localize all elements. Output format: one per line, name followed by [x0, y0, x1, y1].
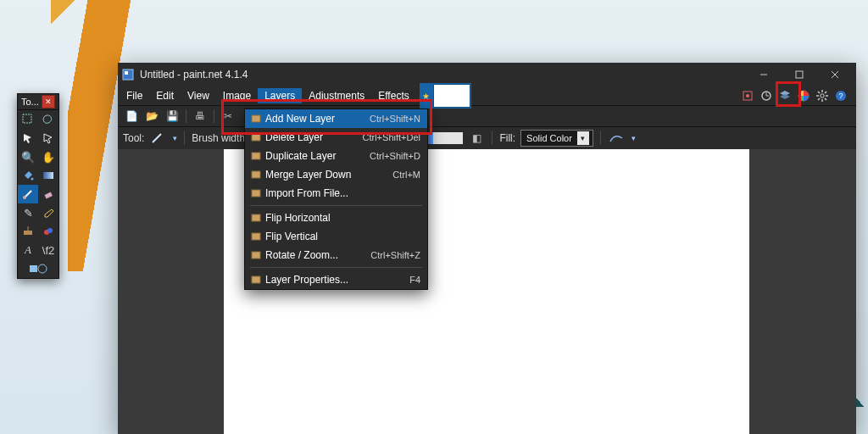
options-bar: Tool: ▾ Brush width: – 2 + ▾ ◧ Fill: Sol… [118, 127, 856, 150]
svg-rect-43 [252, 171, 260, 178]
menu-item[interactable]: Import From File... [245, 184, 427, 203]
tool-recolor[interactable] [38, 222, 58, 241]
layer-props-icon [248, 275, 265, 285]
new-layer-icon [248, 114, 265, 124]
svg-line-25 [153, 134, 161, 142]
tool-selector[interactable] [149, 130, 166, 147]
tool-pan[interactable]: ✋ [38, 147, 58, 166]
menu-effects[interactable]: Effects [371, 88, 415, 103]
menu-item-label: Flip Vertical [265, 231, 420, 242]
toolbar-separator [186, 109, 186, 123]
menu-edit[interactable]: Edit [149, 88, 181, 103]
overwrite-toggle[interactable]: ◧ [468, 130, 485, 147]
layers-menu: Add New LayerCtrl+Shift+NDelete LayerCtr… [244, 108, 428, 290]
menu-file[interactable]: File [120, 88, 149, 103]
fill-select[interactable]: Solid Color ▾ [520, 130, 593, 147]
menu-item[interactable]: Merge Layer DownCtrl+M [245, 165, 427, 184]
tool-gradient[interactable] [38, 166, 58, 185]
svg-marker-12 [780, 94, 790, 99]
tools-window-toggle[interactable] [739, 87, 756, 104]
menu-separator [250, 205, 422, 206]
maximize-button[interactable] [782, 63, 817, 86]
history-window-toggle[interactable] [758, 87, 775, 104]
toolbar-separator [184, 131, 185, 145]
save-file-button[interactable]: 💾 [164, 108, 181, 125]
tool-shapes[interactable] [18, 259, 58, 278]
import-file-icon [248, 188, 265, 198]
tool-color-picker[interactable] [38, 203, 58, 222]
menu-item-label: Flip Horizontal [265, 212, 420, 224]
toolbar-separator [214, 109, 214, 123]
menu-item[interactable]: Add New LayerCtrl+Shift+N [245, 109, 427, 128]
tools-window-close[interactable]: ✕ [42, 95, 55, 108]
window-title: Untitled - paint.net 4.1.4 [140, 69, 746, 81]
cut-button[interactable]: ✂ [220, 108, 236, 125]
svg-rect-46 [252, 233, 260, 240]
tool-line[interactable]: \f2 [38, 241, 58, 259]
rotate-zoom-icon [248, 250, 265, 260]
new-file-button[interactable]: 📄 [123, 108, 140, 125]
tool-move[interactable] [18, 129, 38, 147]
menu-item-label: Delete Layer [265, 131, 363, 143]
menu-item[interactable]: Rotate / Zoom...Ctrl+Shift+Z [245, 246, 427, 264]
tool-pencil[interactable]: ✎ [18, 203, 38, 222]
toolbar-separator [492, 131, 492, 145]
app-window: Untitled - paint.net 4.1.4 File Edit Vie… [118, 63, 856, 434]
delete-layer-icon [248, 132, 265, 142]
close-button[interactable] [817, 63, 853, 86]
antialias-toggle[interactable] [608, 130, 625, 147]
svg-rect-44 [252, 190, 260, 197]
svg-point-14 [821, 94, 824, 97]
svg-rect-42 [252, 153, 260, 159]
document-tab[interactable]: ★ [420, 83, 471, 108]
menu-item[interactable]: Delete LayerCtrl+Shift+Del [245, 128, 427, 147]
svg-point-37 [47, 228, 53, 233]
tool-text[interactable]: A [18, 241, 38, 259]
tool-zoom[interactable]: 🔍 [18, 147, 38, 166]
menu-adjustments[interactable]: Adjustments [302, 88, 371, 103]
chevron-down-icon: ▾ [173, 134, 177, 142]
svg-rect-1 [125, 71, 128, 75]
minimize-button[interactable] [746, 63, 782, 86]
chevron-down-icon: ▾ [577, 131, 589, 145]
menu-item[interactable]: Layer Properties...F4 [245, 270, 427, 289]
tool-eraser[interactable] [38, 185, 58, 203]
svg-rect-30 [43, 172, 53, 179]
print-button[interactable]: 🖶 [192, 108, 209, 125]
svg-rect-40 [252, 115, 260, 122]
tool-clone[interactable] [18, 222, 38, 241]
menu-view[interactable]: View [181, 88, 216, 103]
unsaved-star-icon: ★ [420, 90, 432, 102]
tool-label: Tool: [123, 132, 144, 144]
svg-rect-48 [252, 276, 260, 283]
duplicate-layer-icon [248, 151, 265, 161]
menu-item[interactable]: Duplicate LayerCtrl+Shift+D [245, 147, 427, 165]
svg-rect-41 [252, 134, 260, 141]
svg-rect-33 [45, 192, 53, 198]
menu-item[interactable]: Flip Vertical [245, 227, 427, 246]
menubar: File Edit View Image Layers Adjustments … [118, 86, 856, 105]
tools-window: To... ✕ 🔍 ✋ ✎ A \f2 [17, 93, 59, 279]
tool-lasso-select[interactable] [38, 110, 58, 129]
svg-rect-26 [23, 114, 31, 123]
menu-image[interactable]: Image [216, 88, 258, 103]
menu-layers[interactable]: Layers [258, 88, 302, 103]
menu-separator [250, 267, 422, 268]
svg-line-20 [825, 98, 826, 100]
menu-item-label: Rotate / Zoom... [265, 249, 370, 261]
help-button[interactable]: ? [832, 87, 849, 104]
svg-marker-28 [44, 134, 52, 143]
fill-value: Solid Color [526, 133, 572, 143]
colors-window-toggle[interactable] [795, 87, 812, 104]
open-file-button[interactable]: 📂 [143, 108, 160, 125]
tool-rect-select[interactable] [18, 110, 38, 129]
settings-button[interactable] [814, 87, 831, 104]
menu-item[interactable]: Flip Horizontal [245, 209, 427, 227]
tool-move-selection[interactable] [38, 129, 58, 147]
svg-point-7 [746, 94, 749, 97]
svg-rect-3 [796, 71, 803, 78]
layers-window-toggle[interactable] [776, 87, 793, 104]
flip-v-icon [248, 231, 265, 242]
tool-brush[interactable] [18, 185, 38, 203]
tool-bucket[interactable] [18, 166, 38, 185]
